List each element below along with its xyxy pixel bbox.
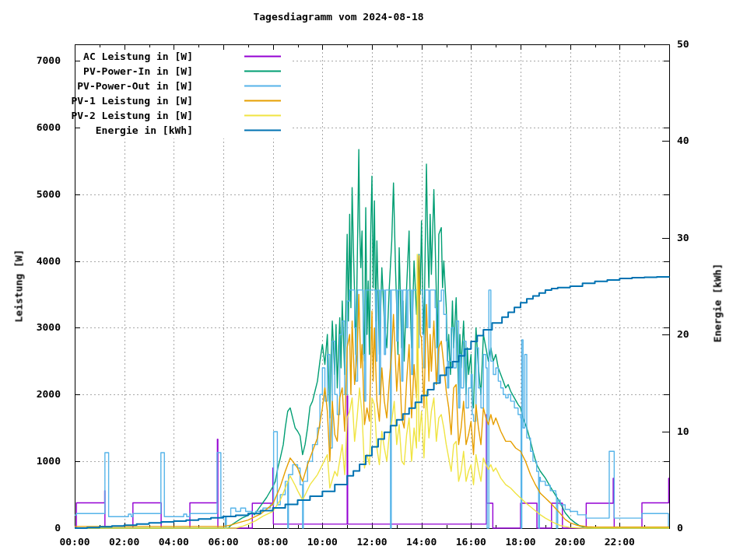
x-tick-label: 12:00	[347, 536, 397, 548]
legend-label: PV-Power-Out in [W]	[77, 80, 193, 92]
x-tick-label: 00:00	[50, 536, 100, 548]
legend-item-pv1-leistung: PV-1 Leistung in [W]	[0, 95, 193, 107]
y1-tick-label: 3000	[0, 321, 61, 333]
tagesdiagramm-chart: Tagesdiagramm vom 2024-08-18 Leistung [W…	[0, 0, 747, 560]
y2-axis-title: Energie [kWh]	[712, 233, 724, 373]
x-tick-label: 22:00	[594, 536, 644, 548]
y2-tick-label: 0	[677, 522, 724, 534]
y1-tick-label: 7000	[0, 54, 61, 66]
y1-tick-label: 0	[0, 522, 61, 534]
x-tick-label: 16:00	[446, 536, 496, 548]
legend-label: Energie in [kWh]	[96, 124, 193, 136]
y2-tick-label: 40	[677, 135, 724, 146]
y2-tick-label: 50	[677, 38, 724, 50]
x-tick-label: 10:00	[297, 536, 347, 548]
y1-tick-label: 5000	[0, 188, 61, 200]
y2-tick-label: 20	[677, 328, 724, 340]
legend-label: PV-Power-In in [W]	[83, 65, 193, 77]
x-tick-label: 06:00	[198, 536, 248, 548]
x-tick-label: 02:00	[100, 536, 149, 548]
x-tick-label: 08:00	[248, 536, 298, 548]
legend-label: AC Leistung in [W]	[83, 51, 193, 62]
y1-tick-label: 1000	[0, 455, 61, 467]
x-tick-label: 18:00	[496, 536, 545, 548]
y1-tick-label: 4000	[0, 255, 61, 267]
chart-title: Tagesdiagramm vom 2024-08-18	[105, 11, 572, 23]
legend-item-pv-power-in: PV-Power-In in [W]	[0, 65, 193, 78]
y1-tick-label: 6000	[0, 121, 61, 133]
x-tick-label: 20:00	[545, 536, 595, 548]
legend-item-pv2-leistung: PV-2 Leistung in [W]	[0, 110, 193, 122]
legend-item-pv-power-out: PV-Power-Out in [W]	[0, 80, 193, 93]
legend-label: PV-2 Leistung in [W]	[71, 110, 193, 121]
x-tick-label: 14:00	[397, 536, 447, 548]
y2-tick-label: 10	[677, 425, 724, 437]
legend-label: PV-1 Leistung in [W]	[71, 95, 193, 107]
y1-axis-title: Leistung [W]	[13, 216, 25, 356]
y2-tick-label: 30	[677, 232, 724, 243]
y1-tick-label: 2000	[0, 388, 61, 400]
x-tick-label: 04:00	[149, 536, 198, 548]
